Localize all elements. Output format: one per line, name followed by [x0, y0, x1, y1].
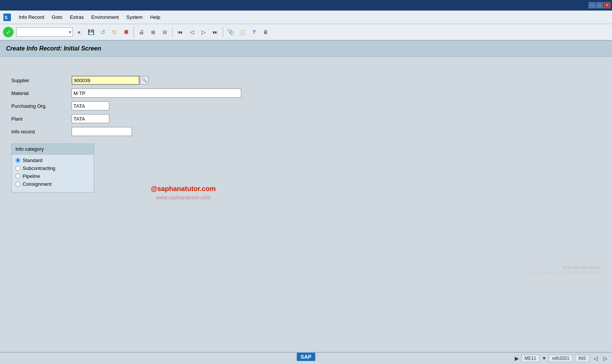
- material-row: Material: [11, 89, 601, 98]
- mode-field: INS: [575, 355, 589, 362]
- toolbar-separator-1: [133, 27, 134, 37]
- next-page-icon: ▷: [202, 29, 206, 35]
- svg-text:S: S: [5, 15, 8, 20]
- prev-page-button[interactable]: ◁: [187, 27, 197, 37]
- app-logo: S: [3, 13, 11, 21]
- monitor-button[interactable]: 🖥: [260, 27, 271, 37]
- status-resize-1[interactable]: ◁: [592, 355, 599, 362]
- radio-pipeline-label: Pipeline: [23, 173, 40, 179]
- command-field-wrap: ▼: [16, 28, 73, 37]
- print-button[interactable]: 🖨: [136, 27, 147, 37]
- form-area: Supplier 🔍 Material Purchasing Org. Plan…: [0, 61, 612, 200]
- status-arrow-play: ▶: [515, 355, 519, 361]
- attachment-button[interactable]: 📎: [225, 27, 236, 37]
- save-icon: 💾: [88, 29, 94, 35]
- radio-subcontracting[interactable]: [15, 166, 20, 171]
- back-button[interactable]: ↺: [97, 27, 108, 37]
- radio-standard-row: Standard: [15, 158, 90, 163]
- screen-title-bar: Create Info Record: Initial Screen: [0, 41, 612, 57]
- last-page-button[interactable]: ⏭: [210, 27, 220, 37]
- radio-pipeline[interactable]: [15, 174, 20, 179]
- chevrons-left-icon: [78, 29, 81, 35]
- info-category-box: Info category Standard Subcontracting Pi…: [11, 144, 94, 193]
- cancel-icon: ✖: [124, 29, 129, 36]
- supplier-search-icon: 🔍: [142, 78, 147, 83]
- info-category-title: Info category: [12, 144, 94, 154]
- layout-button[interactable]: ⬜: [237, 27, 248, 37]
- help-icon: ?: [252, 29, 256, 35]
- status-dropdown-arrow: ▼: [542, 356, 546, 361]
- activate-windows: Activate Windows Go to Settings to activ…: [529, 265, 601, 275]
- toolbar-separator-3: [223, 27, 223, 37]
- activate-windows-line1: Activate Windows: [529, 265, 601, 270]
- find-icon: ⊞: [151, 29, 155, 35]
- command-input[interactable]: [16, 28, 73, 37]
- purchasing-org-label: Purchasing Org.: [11, 103, 72, 109]
- sap-logo-area: SAP: [297, 353, 315, 361]
- menu-info-record[interactable]: Info Record: [16, 13, 47, 21]
- menu-system[interactable]: System: [123, 13, 145, 21]
- watermark-area: @saphanatutor.com www.saphanatutor.com: [151, 185, 216, 200]
- minimize-button[interactable]: ─: [589, 2, 595, 8]
- plant-label: Plant: [11, 116, 72, 122]
- watermark-sub: www.saphanatutor.com: [151, 194, 216, 200]
- find-button[interactable]: ⊞: [148, 27, 158, 37]
- empty-area: [0, 200, 612, 294]
- next-page-button[interactable]: ▷: [198, 27, 209, 37]
- menu-help[interactable]: Help: [147, 13, 164, 21]
- maximize-button[interactable]: □: [596, 2, 603, 8]
- info-record-label: Info record: [11, 129, 72, 135]
- menu-environment[interactable]: Environment: [88, 13, 122, 21]
- layout-icon: ⬜: [239, 29, 245, 35]
- find-next-icon: ⊟: [163, 29, 167, 35]
- radio-subcontracting-row: Subcontracting: [15, 165, 90, 171]
- first-page-icon: ⏮: [177, 29, 183, 35]
- help-button[interactable]: ?: [249, 27, 259, 37]
- purchasing-org-row: Purchasing Org.: [11, 101, 601, 110]
- status-resize-2[interactable]: ▷: [601, 355, 609, 362]
- supplier-label: Supplier: [11, 78, 72, 83]
- watermark-main: @saphanatutor.com: [151, 185, 216, 193]
- menu-extras[interactable]: Extras: [67, 13, 87, 21]
- forward-button[interactable]: ↻: [109, 27, 119, 37]
- forward-icon: ↻: [112, 29, 117, 36]
- last-page-icon: ⏭: [213, 29, 218, 35]
- toolbar: ✓ ▼ 💾 ↺ ↻ ✖ 🖨 ⊞ ⊟ ⏮ ◁ ▷ ⏭ 📎 ⬜: [0, 24, 612, 41]
- monitor-icon: 🖥: [263, 29, 268, 35]
- plant-input[interactable]: [72, 114, 109, 123]
- menu-goto[interactable]: Goto: [49, 13, 65, 21]
- save-button[interactable]: 💾: [86, 27, 96, 37]
- confirm-button[interactable]: ✓: [3, 27, 14, 37]
- menu-bar: S Info Record Goto Extras Environment Sy…: [0, 11, 612, 24]
- print-icon: 🖨: [139, 29, 144, 35]
- system-field: s4h2021: [549, 355, 573, 362]
- material-input[interactable]: [72, 89, 241, 98]
- attachment-icon: 📎: [227, 29, 234, 35]
- info-category-body: Standard Subcontracting Pipeline Consign…: [12, 154, 94, 192]
- info-record-row: Info record: [11, 127, 601, 136]
- sap-logo: SAP: [297, 353, 315, 361]
- back-icon: ↺: [100, 29, 105, 36]
- radio-standard[interactable]: [15, 158, 20, 163]
- supplier-input[interactable]: [72, 76, 139, 85]
- status-right: ▶ ME11 ▼ s4h2021 INS ◁ ▷: [515, 355, 609, 362]
- plant-row: Plant: [11, 114, 601, 123]
- cancel-button[interactable]: ✖: [121, 27, 131, 37]
- chevrons-left-button[interactable]: [74, 27, 84, 37]
- window-controls: ─ □ ✕: [589, 2, 610, 8]
- close-button[interactable]: ✕: [604, 2, 610, 8]
- transaction-field[interactable]: ME11: [521, 355, 540, 362]
- radio-consignment-row: Consignment: [15, 181, 90, 187]
- radio-consignment[interactable]: [15, 182, 20, 187]
- supplier-row: Supplier 🔍: [11, 76, 601, 85]
- purchasing-org-input[interactable]: [72, 101, 109, 110]
- first-page-button[interactable]: ⏮: [175, 27, 185, 37]
- radio-standard-label: Standard: [23, 158, 43, 163]
- toolbar-separator-2: [172, 27, 173, 37]
- info-record-input[interactable]: [72, 127, 132, 136]
- radio-consignment-label: Consignment: [23, 181, 52, 187]
- radio-pipeline-row: Pipeline: [15, 173, 90, 179]
- prev-page-icon: ◁: [190, 29, 194, 35]
- find-next-button[interactable]: ⊟: [159, 27, 170, 37]
- supplier-search-button[interactable]: 🔍: [140, 76, 148, 84]
